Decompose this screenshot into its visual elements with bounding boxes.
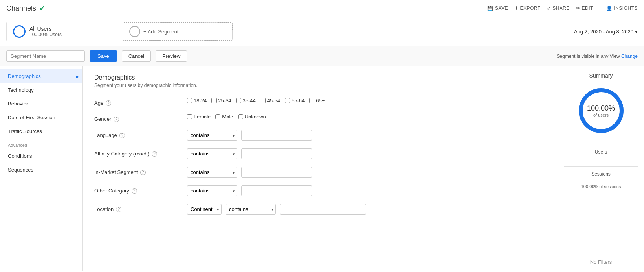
location-type-select[interactable]: Continent Country Region City	[187, 204, 222, 215]
age-18-24[interactable]: 18-24	[187, 98, 207, 104]
cancel-button[interactable]: Cancel	[122, 50, 151, 62]
gender-label: Gender ?	[94, 114, 181, 122]
age-65plus-checkbox[interactable]	[309, 98, 314, 103]
in-market-value-input[interactable]	[241, 167, 312, 178]
main-layout: Demographics Technology Behavior Date of…	[0, 66, 644, 271]
edit-action[interactable]: ✏ EDIT	[576, 6, 593, 11]
age-25-34[interactable]: 25-34	[211, 98, 231, 104]
gender-unknown-checkbox[interactable]	[238, 114, 243, 119]
other-category-label: Other Category ?	[94, 185, 181, 194]
top-header: Channels ✔ 💾 SAVE ⬇ EXPORT ⤢ SHARE ✏ EDI…	[0, 0, 644, 17]
insights-icon: 👤	[606, 6, 613, 11]
other-category-filter-wrapper: contains does not contain starts with	[187, 185, 237, 196]
segment-toolbar: Save Cancel Preview Segment is visible i…	[0, 46, 644, 66]
share-icon: ⤢	[547, 6, 551, 11]
language-filter-select[interactable]: contains does not contain starts with	[187, 130, 237, 141]
gender-help-icon[interactable]: ?	[114, 117, 119, 122]
affinity-help-icon[interactable]: ?	[152, 151, 157, 157]
save-action[interactable]: 💾 SAVE	[487, 6, 508, 11]
age-55-64-checkbox[interactable]	[285, 98, 290, 103]
add-segment-button[interactable]: + Add Segment	[123, 22, 233, 41]
age-35-44-checkbox[interactable]	[236, 98, 241, 103]
sidebar-item-behavior[interactable]: Behavior	[0, 97, 82, 111]
segment-info: All Users 100.00% Users	[29, 26, 62, 37]
affinity-filter-select[interactable]: contains does not contain starts with	[187, 148, 237, 159]
location-help-icon[interactable]: ?	[116, 207, 121, 212]
header-right: 💾 SAVE ⬇ EXPORT ⤢ SHARE ✏ EDIT 👤 INSIGHT…	[487, 4, 638, 12]
sidebar-item-technology[interactable]: Technology	[0, 83, 82, 97]
donut-chart: 100.00% of users	[576, 85, 627, 136]
header-divider	[600, 4, 600, 12]
age-35-44[interactable]: 35-44	[236, 98, 256, 104]
age-65plus[interactable]: 65+	[309, 98, 325, 104]
in-market-filter-select[interactable]: contains does not contain starts with	[187, 167, 237, 178]
add-segment-icon	[129, 26, 140, 37]
share-action[interactable]: ⤢ SHARE	[547, 6, 570, 11]
age-row: Age ? 18-24 25-34 35-44 45-54 55-64	[94, 98, 546, 106]
age-45-54-checkbox[interactable]	[261, 98, 266, 103]
gender-controls: Female Male Unknown	[187, 114, 266, 120]
segment-name-input[interactable]	[6, 50, 85, 62]
affinity-controls: contains does not contain starts with	[187, 148, 312, 159]
preview-button[interactable]: Preview	[156, 50, 187, 62]
gender-male[interactable]: Male	[215, 114, 233, 120]
gender-male-checkbox[interactable]	[215, 114, 220, 119]
chevron-down-icon: ▾	[635, 29, 638, 35]
segment-bar: All Users 100.00% Users + Add Segment Au…	[0, 17, 644, 46]
advanced-label: Advanced	[0, 138, 82, 149]
content-title: Demographics	[94, 74, 546, 81]
visibility-text: Segment is visible in any View Change	[556, 54, 638, 59]
save-icon: 💾	[487, 6, 494, 11]
save-button[interactable]: Save	[90, 50, 117, 62]
segment-pct: 100.00% Users	[29, 32, 62, 37]
age-45-54[interactable]: 45-54	[261, 98, 280, 104]
gender-female[interactable]: Female	[187, 114, 211, 120]
users-stat: Users -	[564, 144, 638, 161]
age-18-24-checkbox[interactable]	[187, 98, 192, 103]
location-filter-select[interactable]: contains does not contain starts with	[226, 204, 276, 215]
sessions-stat: Sessions - 100.00% of sessions	[564, 166, 638, 189]
in-market-controls: contains does not contain starts with	[187, 167, 312, 178]
donut-percentage: 100.00%	[587, 104, 615, 113]
sidebar-item-conditions[interactable]: Conditions	[0, 149, 82, 163]
language-label: Language ?	[94, 130, 181, 138]
affinity-label: Affinity Category (reach) ?	[94, 148, 181, 157]
language-filter-wrapper: contains does not contain starts with	[187, 130, 237, 141]
age-help-icon[interactable]: ?	[106, 100, 111, 106]
sidebar: Demographics Technology Behavior Date of…	[0, 66, 83, 271]
in-market-row: In-Market Segment ? contains does not co…	[94, 167, 546, 178]
age-25-34-checkbox[interactable]	[211, 98, 217, 103]
location-label: Location ?	[94, 204, 181, 212]
other-category-value-input[interactable]	[241, 185, 312, 196]
in-market-filter-wrapper: contains does not contain starts with	[187, 167, 237, 178]
affinity-value-input[interactable]	[241, 148, 312, 159]
in-market-help-icon[interactable]: ?	[140, 170, 146, 175]
age-55-64[interactable]: 55-64	[285, 98, 305, 104]
segment-name: All Users	[29, 26, 62, 32]
sidebar-item-sequences[interactable]: Sequences	[0, 163, 82, 177]
location-value-input[interactable]	[280, 204, 366, 215]
affinity-row: Affinity Category (reach) ? contains doe…	[94, 148, 546, 159]
other-category-help-icon[interactable]: ?	[132, 188, 137, 194]
insights-action[interactable]: 👤 INSIGHTS	[606, 6, 638, 11]
sidebar-item-demographics[interactable]: Demographics	[0, 69, 82, 83]
other-category-filter-select[interactable]: contains does not contain starts with	[187, 185, 237, 196]
change-link[interactable]: Change	[621, 54, 638, 59]
export-action[interactable]: ⬇ EXPORT	[514, 6, 541, 11]
summary-title: Summary	[589, 72, 613, 79]
all-users-segment[interactable]: All Users 100.00% Users	[6, 22, 116, 41]
date-range-picker[interactable]: Aug 2, 2020 - Aug 8, 2020 ▾	[574, 29, 638, 35]
language-value-input[interactable]	[241, 130, 312, 141]
sidebar-item-date-of-first-session[interactable]: Date of First Session	[0, 111, 82, 124]
location-row: Location ? Continent Country Region City…	[94, 204, 546, 215]
donut-text: 100.00% of users	[587, 104, 615, 117]
language-row: Language ? contains does not contain sta…	[94, 130, 546, 141]
page-title: Channels	[6, 4, 36, 13]
donut-label: of users	[587, 113, 615, 117]
language-help-icon[interactable]: ?	[119, 133, 125, 138]
sidebar-item-traffic-sources[interactable]: Traffic Sources	[0, 124, 82, 138]
gender-female-checkbox[interactable]	[187, 114, 192, 119]
in-market-label: In-Market Segment ?	[94, 167, 181, 175]
content-subtitle: Segment your users by demographic inform…	[94, 83, 546, 88]
gender-unknown[interactable]: Unknown	[238, 114, 266, 120]
